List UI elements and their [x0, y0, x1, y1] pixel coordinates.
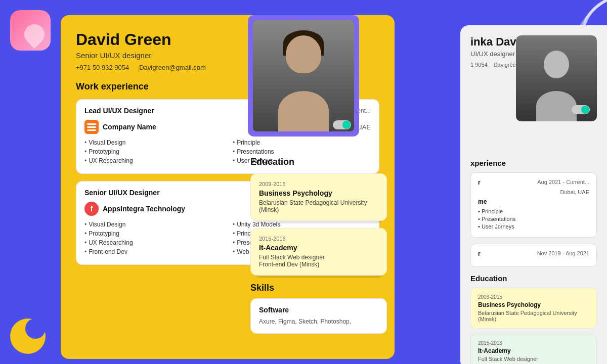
- company-name-1: Company Name: [103, 123, 156, 131]
- skills-title: Skills: [250, 283, 387, 293]
- edu-year-1: 2009-2015: [259, 181, 378, 187]
- cv-photo-placeholder: [253, 20, 354, 131]
- edu-degree-1: Business Psychology: [259, 189, 378, 197]
- second-cv-edu-year-2: 2015-2016: [478, 340, 589, 346]
- second-cv-skill-principle: Principle: [478, 208, 589, 214]
- second-cv-card: inka Davon UI/UX designer 1 9054 Davigre…: [460, 25, 607, 364]
- toggle-container-second[interactable]: [572, 105, 590, 114]
- software-label: Software: [259, 306, 378, 314]
- edu-card-1-shadow: [254, 217, 383, 223]
- cv-subtitle: Senior UI/UX designer: [76, 51, 206, 60]
- second-cv-skill-presentations: Presentations: [478, 216, 589, 222]
- second-cv-work-header-2: r Nov 2019 - Aug 2021: [478, 250, 589, 257]
- skill-frontend-dev-2: Front-end Dev: [84, 248, 223, 255]
- second-photo-head: [544, 51, 569, 78]
- second-cv-edu-school-1: Belarusian State Pedagogical University …: [478, 310, 589, 322]
- second-cv-exp-title: xperience: [470, 159, 597, 167]
- cv-name: David Green: [76, 30, 206, 49]
- stripe-line-1: [87, 123, 96, 125]
- cv-contact: +971 50 932 9054 Davigreen@gmail.com: [76, 64, 206, 71]
- work-card-1-title: Lead UI/UX Designer: [84, 107, 154, 115]
- skill-ux-researching-1: UX Researching: [84, 157, 223, 164]
- edu-year-2: 2015-2016: [259, 236, 378, 242]
- cv-email: Davigreen@gmail.com: [139, 64, 206, 71]
- second-cv-edu-school-2: Full Stack Web designer: [478, 356, 589, 362]
- toggle-thumb-main: [342, 121, 351, 129]
- second-cv-edu-card-1: 2009-2015 Business Psychology Belarusian…: [470, 288, 597, 329]
- skill-visual-design-2: Visual Design: [84, 221, 223, 228]
- second-cv-phone: 1 9054: [470, 62, 488, 68]
- skill-visual-design-1: Visual Design: [84, 139, 223, 146]
- second-cv-edu-year-1: 2009-2015: [478, 294, 589, 300]
- skills-card: Software Axure, Figma, Sketch, Photoshop…: [250, 298, 387, 334]
- second-cv-skill-user-jorneys: User Jorneys: [478, 223, 589, 230]
- second-cv-work-header-1: r Aug 2021 - Current...: [478, 179, 589, 186]
- company-info-1: Company Name: [84, 120, 156, 134]
- company-info-2: f AppsIntegra Technology: [84, 202, 185, 216]
- skill-prototyping-2: Prototyping: [84, 230, 223, 237]
- second-cv-job-date-2: Nov 2019 - Aug 2021: [537, 250, 589, 257]
- second-cv-photo: [516, 35, 597, 121]
- edu-card-2: 2015-2016 It-Academy Full Stack Web desi…: [250, 228, 387, 276]
- second-cv-edu-degree-1: Business Psychology: [478, 301, 589, 308]
- work-card-2-title: Senior UI/UX Designer: [84, 189, 160, 197]
- education-title: Education: [250, 157, 387, 167]
- second-cv-work-card-2: r Nov 2019 - Aug 2021: [470, 244, 597, 267]
- cv-header-info: David Green Senior UI/UX designer +971 5…: [76, 30, 206, 71]
- company-name-2: AppsIntegra Technology: [103, 205, 185, 213]
- second-cv-job-title-2: r: [478, 250, 481, 257]
- toggle-thumb-second: [581, 106, 589, 114]
- second-photo-body: [536, 91, 577, 121]
- app-icon: [10, 10, 51, 51]
- edu-degree-2: It-Academy: [259, 244, 378, 252]
- company-logo-apps: f: [84, 202, 99, 216]
- toggle-track-main[interactable]: [333, 120, 351, 129]
- edu-school-1: Belarusian State Pedagogical University …: [259, 199, 378, 213]
- stripe-line-3: [87, 129, 96, 131]
- second-cv-work-card-1: r Aug 2021 - Current... Dubai, UAE me Pr…: [470, 172, 597, 238]
- edu-card-2-shadow: [254, 272, 383, 278]
- deco-circle-blue: [25, 318, 46, 339]
- skills-col-left-1: Visual Design Prototyping UX Researching: [84, 139, 223, 166]
- second-cv-edu-title: Education: [470, 274, 597, 283]
- second-cv-edu-card-2: 2015-2016 It-Academy Full Stack Web desi…: [470, 334, 597, 364]
- edu-school-2: Full Stack Web designerFront-end Dev (Mi…: [259, 254, 378, 268]
- photo-body: [278, 91, 329, 131]
- edu-card-1: 2009-2015 Business Psychology Belarusian…: [250, 173, 387, 221]
- toggle-track-second[interactable]: [572, 105, 590, 114]
- second-cv-job-title-1: r: [478, 179, 481, 186]
- second-cv-company-1: me: [478, 198, 589, 205]
- skill-prototyping-1: Prototyping: [84, 148, 223, 155]
- software-items: Axure, Figma, Sketch, Photoshop,: [259, 317, 378, 326]
- skills-col-left-2: Visual Design Prototyping UX Researching…: [84, 221, 223, 257]
- second-cv-location-1: Dubai, UAE: [478, 189, 589, 195]
- company-logo-stripe: [84, 120, 99, 134]
- app-icon-inner: [20, 20, 49, 49]
- cv-phone: +971 50 932 9054: [76, 64, 129, 71]
- second-cv-job-date-1: Aug 2021 - Current...: [537, 179, 589, 186]
- photo-silhouette: [253, 20, 354, 131]
- cv-main-photo: [248, 15, 359, 136]
- stripe-line-2: [87, 126, 96, 128]
- toggle-container-main[interactable]: [333, 120, 351, 129]
- second-cv-edu-degree-2: It-Academy: [478, 347, 589, 354]
- photo-head: [286, 35, 321, 73]
- skill-ux-researching-2: UX Researching: [84, 239, 223, 246]
